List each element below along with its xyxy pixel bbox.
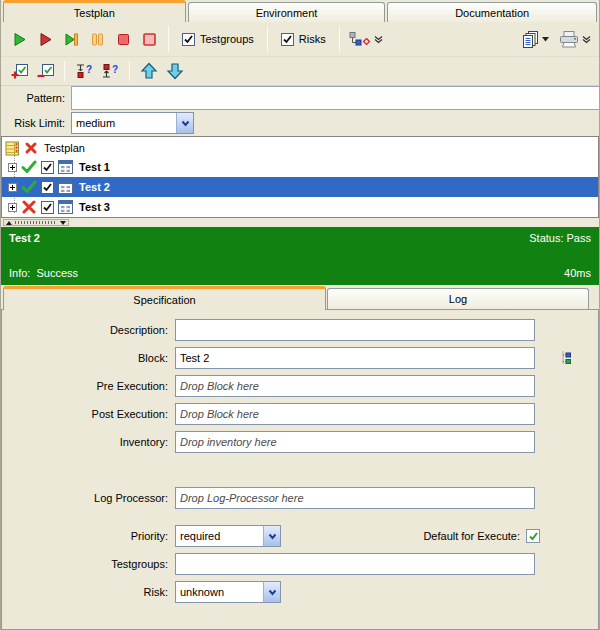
- post-execution-dropzone[interactable]: [175, 403, 535, 425]
- up-arrow-icon: [140, 62, 158, 80]
- testgroups-toggle[interactable]: Testgroups: [175, 33, 261, 46]
- pass-check-icon: [21, 180, 37, 194]
- tab-documentation-label: Documentation: [455, 7, 529, 19]
- pre-execution-row: Pre Execution:: [2, 375, 598, 397]
- status-info-text: Info: Success: [9, 267, 78, 279]
- risk-select[interactable]: unknown: [175, 581, 281, 603]
- move-up-button[interactable]: [136, 58, 162, 84]
- stop-all-button[interactable]: [136, 26, 162, 52]
- edit-toolbar: ? ?: [1, 57, 599, 86]
- tree-item-test-3[interactable]: Test 3: [2, 197, 598, 217]
- testgroups-checkbox-icon: [182, 33, 195, 46]
- remove-test-icon: [36, 63, 55, 80]
- add-test-button[interactable]: [6, 58, 32, 84]
- insert-after-icon: ?: [100, 63, 120, 79]
- remove-test-button[interactable]: [32, 58, 58, 84]
- testgroups-input[interactable]: [175, 553, 535, 575]
- tree-checkbox[interactable]: [41, 201, 54, 214]
- block-input[interactable]: [175, 347, 535, 369]
- arrow-down-icon: [542, 37, 549, 42]
- detail-tab-bar: Specification Log: [1, 285, 599, 309]
- play-red-icon: [37, 31, 54, 48]
- execution-flow-dropdown-button[interactable]: [346, 26, 386, 52]
- tree-checkbox[interactable]: [41, 181, 54, 194]
- expand-toggle-icon[interactable]: [8, 203, 17, 212]
- main-toolbar: Testgroups Risks: [1, 22, 599, 57]
- block-label: Block:: [2, 352, 175, 364]
- run-button[interactable]: [6, 26, 32, 52]
- add-test-icon: [10, 63, 29, 80]
- tree-checkbox[interactable]: [41, 161, 54, 174]
- testgroups-toggle-label: Testgroups: [200, 33, 254, 45]
- risk-limit-row: Risk Limit: medium: [1, 110, 599, 136]
- pattern-row: Pattern:: [1, 86, 599, 110]
- step-forward-icon: [63, 31, 80, 48]
- splitter-grip-dots: [15, 221, 57, 224]
- status-test-title: Test 2: [9, 232, 40, 244]
- tree-root-label: Testplan: [42, 142, 85, 154]
- expand-toggle-icon[interactable]: [8, 183, 17, 192]
- pattern-label: Pattern:: [1, 92, 71, 104]
- pages-icon: [522, 31, 540, 48]
- block-tree-picker-button[interactable]: [557, 349, 575, 367]
- tab-log[interactable]: Log: [327, 288, 589, 309]
- dropdown-arrow-icon[interactable]: [263, 526, 280, 546]
- description-input[interactable]: [175, 319, 535, 341]
- step-button[interactable]: [58, 26, 84, 52]
- tab-environment[interactable]: Environment: [188, 2, 386, 22]
- priority-label: Priority:: [2, 530, 175, 542]
- insert-before-icon: ?: [74, 63, 94, 79]
- tree-item-test-1[interactable]: Test 1: [2, 157, 598, 177]
- expand-toggle-icon[interactable]: [8, 163, 17, 172]
- tree-item-label: Test 1: [77, 161, 110, 173]
- main-tab-bar: Testplan Environment Documentation: [1, 0, 599, 22]
- risks-toggle-label: Risks: [299, 33, 326, 45]
- description-label: Description:: [2, 324, 175, 336]
- testplan-icon: [5, 141, 20, 156]
- pre-execution-label: Pre Execution:: [2, 380, 175, 392]
- tree-item-label: Test 3: [77, 201, 110, 213]
- test-status-panel: Test 2 Status: Pass Info: Success 40ms: [1, 227, 599, 285]
- log-processor-dropzone[interactable]: [175, 487, 535, 509]
- post-execution-row: Post Execution:: [2, 403, 598, 425]
- test-node-icon: [58, 160, 73, 174]
- pass-check-icon: [21, 160, 37, 174]
- tab-documentation[interactable]: Documentation: [387, 2, 597, 22]
- svg-text:?: ?: [86, 64, 92, 75]
- inventory-dropzone[interactable]: [175, 431, 535, 453]
- insert-before-button[interactable]: ?: [71, 58, 97, 84]
- collapse-up-icon: [6, 221, 12, 225]
- insert-after-button[interactable]: ?: [97, 58, 123, 84]
- default-for-execute-checkbox[interactable]: [526, 529, 540, 543]
- chevron-down-icon: [582, 35, 591, 44]
- print-button[interactable]: [555, 26, 594, 52]
- report-button[interactable]: [519, 26, 552, 52]
- tree-root-row[interactable]: Testplan: [2, 139, 598, 157]
- chevron-down-icon: [374, 35, 383, 44]
- splitter-handle[interactable]: [3, 219, 69, 226]
- dropdown-arrow-icon[interactable]: [176, 113, 193, 133]
- tab-testplan[interactable]: Testplan: [3, 0, 186, 22]
- pre-execution-dropzone[interactable]: [175, 375, 535, 397]
- risk-limit-select[interactable]: medium: [71, 112, 194, 134]
- priority-value: required: [176, 530, 263, 542]
- run-failed-button[interactable]: [32, 26, 58, 52]
- collapse-down-icon: [60, 221, 66, 225]
- description-row: Description:: [2, 319, 598, 341]
- dropdown-arrow-icon[interactable]: [263, 582, 280, 602]
- tree-item-test-2[interactable]: Test 2: [2, 177, 598, 197]
- pause-icon: [89, 31, 106, 48]
- tab-environment-label: Environment: [256, 7, 318, 19]
- risks-toggle[interactable]: Risks: [274, 33, 333, 46]
- move-down-button[interactable]: [162, 58, 188, 84]
- pattern-input[interactable]: [71, 86, 599, 110]
- fail-x-icon: [24, 141, 38, 155]
- risk-row: Risk: unknown: [2, 581, 598, 603]
- priority-select[interactable]: required: [175, 525, 281, 547]
- stop-button[interactable]: [110, 26, 136, 52]
- pause-button[interactable]: [84, 26, 110, 52]
- tab-specification[interactable]: Specification: [3, 286, 326, 310]
- play-green-icon: [11, 31, 28, 48]
- toolbar-separator: [267, 26, 268, 52]
- status-duration: 40ms: [564, 267, 591, 279]
